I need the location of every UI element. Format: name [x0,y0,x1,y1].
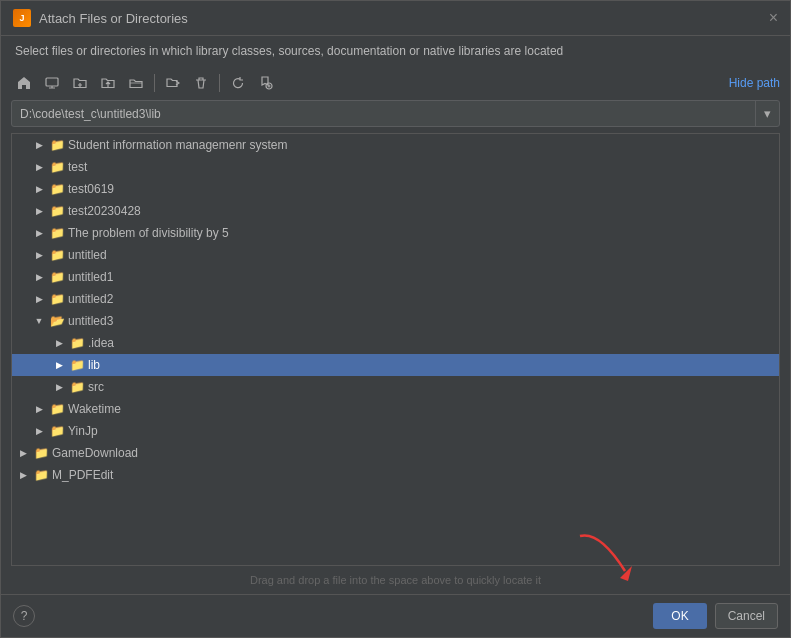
expand-arrow: ▶ [32,182,46,196]
action-buttons: OK Cancel [653,603,778,629]
tree-item-test[interactable]: ▶ 📁 test [12,156,779,178]
computer-button[interactable] [39,70,65,96]
help-button[interactable]: ? [13,605,35,627]
folder-up-button[interactable] [95,70,121,96]
tree-item-student-info[interactable]: ▶ 📁 Student information managemenr syste… [12,134,779,156]
tree-item-label: untitled2 [68,292,113,306]
ok-button[interactable]: OK [653,603,706,629]
folder-icon: 📁 [33,445,49,461]
folder-icon: 📁 [49,247,65,263]
tree-item-label: untitled3 [68,314,113,328]
tree-item-yinjp[interactable]: ▶ 📁 YinJp [12,420,779,442]
tree-item-label: src [88,380,104,394]
tree-item-test20230428[interactable]: ▶ 📁 test20230428 [12,200,779,222]
expand-arrow: ▶ [32,138,46,152]
close-button[interactable]: × [769,10,778,26]
folder-icon: 📁 [69,335,85,351]
new-folder-button[interactable] [67,70,93,96]
expand-arrow: ▶ [52,380,66,394]
tree-item-untitled3[interactable]: ▼ 📂 untitled3 [12,310,779,332]
toolbar: Hide path [1,66,790,100]
folder-icon: 📁 [49,203,65,219]
expand-arrow: ▶ [32,292,46,306]
expand-arrow: ▶ [16,446,30,460]
folder-icon: 📁 [33,467,49,483]
expand-arrow: ▶ [16,468,30,482]
folder-open-button[interactable] [123,70,149,96]
expand-arrow: ▶ [52,358,66,372]
tree-item-label: untitled [68,248,107,262]
tree-item-src[interactable]: ▶ 📁 src [12,376,779,398]
folder-icon: 📁 [69,379,85,395]
app-icon: J [13,9,31,27]
delete-button[interactable] [188,70,214,96]
subtitle: Select files or directories in which lib… [1,36,790,66]
expand-arrow: ▶ [32,226,46,240]
bottom-bar: ? OK Cancel [1,594,790,637]
tree-item-test0619[interactable]: ▶ 📁 test0619 [12,178,779,200]
tree-item-label: test [68,160,87,174]
tree-item-label: untitled1 [68,270,113,284]
file-tree[interactable]: ▶ 📁 Student information managemenr syste… [11,133,780,566]
tree-item-untitled[interactable]: ▶ 📁 untitled [12,244,779,266]
folder-icon: 📁 [49,423,65,439]
tree-item-label: lib [88,358,100,372]
tree-item-label: .idea [88,336,114,350]
folder-icon: 📁 [49,291,65,307]
title-bar: J Attach Files or Directories × [1,1,790,36]
expand-arrow: ▶ [32,160,46,174]
folder-icon: 📁 [69,357,85,373]
tree-item-label: M_PDFEdit [52,468,113,482]
folder-icon: 📁 [49,181,65,197]
cancel-button[interactable]: Cancel [715,603,778,629]
bookmark-button[interactable] [253,70,279,96]
expand-arrow: ▶ [32,248,46,262]
folder-icon: 📁 [49,137,65,153]
dialog-title: Attach Files or Directories [39,11,188,26]
folder-icon: 📂 [49,313,65,329]
expand-arrow: ▶ [32,204,46,218]
drag-hint: Drag and drop a file into the space abov… [1,566,790,594]
folder-icon: 📁 [49,159,65,175]
expand-arrow: ▶ [32,270,46,284]
tree-item-label: YinJp [68,424,98,438]
toolbar-divider-2 [219,74,220,92]
folder-link-button[interactable] [160,70,186,96]
tree-item-waketime[interactable]: ▶ 📁 Waketime [12,398,779,420]
hide-path-button[interactable]: Hide path [729,76,780,90]
tree-item-mpdf[interactable]: ▶ 📁 M_PDFEdit [12,464,779,486]
tree-item-label: test20230428 [68,204,141,218]
toolbar-divider-1 [154,74,155,92]
expand-arrow: ▶ [32,424,46,438]
folder-icon: 📁 [49,401,65,417]
expand-arrow: ▼ [32,314,46,328]
expand-arrow: ▶ [32,402,46,416]
tree-item-label: GameDownload [52,446,138,460]
path-dropdown-button[interactable]: ▾ [755,101,779,126]
home-button[interactable] [11,70,37,96]
path-input[interactable] [12,102,755,126]
tree-item-label: Student information managemenr system [68,138,287,152]
expand-arrow: ▶ [52,336,66,350]
tree-item-untitled2[interactable]: ▶ 📁 untitled2 [12,288,779,310]
tree-item-label: The problem of divisibility by 5 [68,226,229,240]
refresh-button[interactable] [225,70,251,96]
tree-item-label: Waketime [68,402,121,416]
dialog: J Attach Files or Directories × Select f… [0,0,791,638]
svg-rect-0 [46,78,58,86]
tree-item-idea[interactable]: ▶ 📁 .idea [12,332,779,354]
folder-icon: 📁 [49,269,65,285]
tree-item-lib[interactable]: ▶ 📁 lib [12,354,779,376]
tree-item-problem-div[interactable]: ▶ 📁 The problem of divisibility by 5 [12,222,779,244]
tree-item-untitled1[interactable]: ▶ 📁 untitled1 [12,266,779,288]
folder-icon: 📁 [49,225,65,241]
path-bar: ▾ [11,100,780,127]
tree-item-gamedownload[interactable]: ▶ 📁 GameDownload [12,442,779,464]
tree-item-label: test0619 [68,182,114,196]
